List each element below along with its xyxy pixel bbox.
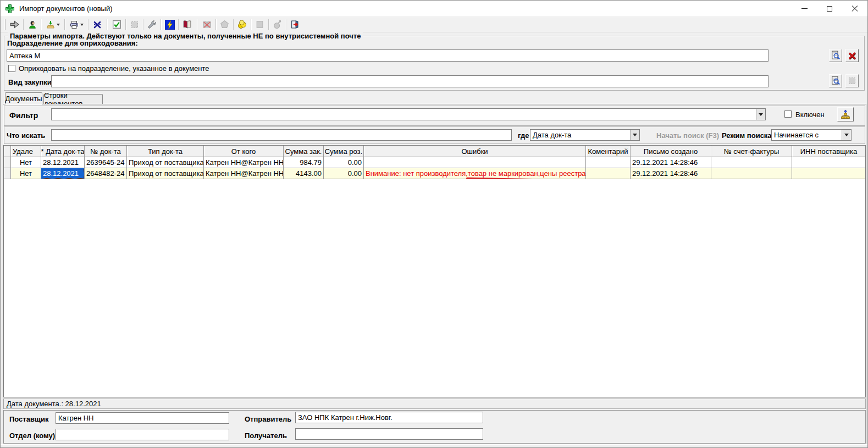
search-mode-combobox[interactable]: Начинается с bbox=[771, 129, 852, 141]
purchase-type-lookup-button[interactable] bbox=[829, 74, 842, 87]
mail-cancel-button bbox=[200, 18, 214, 31]
table-cell[interactable]: Внимание: нет производителя, товар не ма… bbox=[364, 168, 586, 179]
grid-header-doc-type[interactable]: Тип док-та bbox=[127, 146, 204, 157]
close-button[interactable] bbox=[842, 1, 867, 16]
delete-button[interactable] bbox=[90, 18, 104, 31]
table-cell[interactable]: Приход от поставщика bbox=[127, 168, 204, 179]
hierarchy-icon bbox=[841, 109, 850, 119]
grid-header-comment[interactable]: Коментарий bbox=[586, 146, 631, 157]
use-doc-department-checkbox[interactable] bbox=[8, 65, 15, 72]
process-button[interactable] bbox=[163, 18, 176, 31]
table-cell[interactable] bbox=[586, 157, 631, 168]
receiver-input[interactable] bbox=[295, 428, 483, 440]
table-cell[interactable]: 4143.00 bbox=[284, 168, 324, 179]
table-row[interactable]: Нет28.12.20212639645-24Приход от поставщ… bbox=[4, 157, 865, 168]
forward-arrow-button[interactable] bbox=[8, 18, 21, 31]
bomb-icon bbox=[273, 20, 282, 29]
tab-document-lines[interactable]: Строки документов bbox=[43, 94, 103, 104]
grid-header-errors[interactable]: Ошибки bbox=[364, 146, 586, 157]
chevron-down-icon bbox=[759, 113, 763, 116]
search-field-dropdown-button[interactable] bbox=[630, 130, 639, 140]
toolbar-grip[interactable] bbox=[4, 19, 5, 30]
sender-input[interactable] bbox=[295, 412, 483, 423]
search-input[interactable] bbox=[51, 129, 512, 141]
filter-dropdown-button[interactable] bbox=[756, 109, 765, 120]
grid-empty-area[interactable] bbox=[4, 179, 865, 397]
row-indicator[interactable] bbox=[4, 157, 11, 168]
table-cell[interactable]: 0.00 bbox=[324, 168, 364, 179]
filter-combobox[interactable] bbox=[51, 108, 766, 120]
table-cell[interactable]: Катрен НН@Катрен НН bbox=[204, 157, 284, 168]
red-book-button[interactable] bbox=[180, 18, 194, 31]
grid-header-supplier-inn[interactable]: ИНН поставщика bbox=[792, 146, 865, 157]
delete-cross-icon bbox=[93, 20, 102, 29]
table-cell[interactable]: Приход от поставщика bbox=[127, 157, 204, 168]
grid-header-sum-retail[interactable]: Сумма роз. bbox=[324, 146, 364, 157]
pentagon-icon bbox=[220, 20, 229, 29]
table-cell[interactable]: 2639645-24 bbox=[85, 157, 127, 168]
minimize-button[interactable] bbox=[792, 1, 817, 16]
user-button[interactable] bbox=[25, 18, 39, 31]
exit-button[interactable] bbox=[288, 18, 302, 31]
grid-header-from[interactable]: От кого bbox=[204, 146, 284, 157]
table-cell[interactable]: Катрен НН@Катрен НН bbox=[204, 168, 284, 179]
table-cell[interactable]: Нет bbox=[11, 157, 41, 168]
purchase-type-input[interactable] bbox=[51, 75, 769, 87]
row-indicator[interactable] bbox=[4, 168, 11, 179]
maximize-button[interactable] bbox=[817, 1, 842, 16]
search-field-combobox[interactable]: Дата док-та bbox=[530, 129, 640, 141]
search-mode-dropdown-button[interactable] bbox=[842, 130, 851, 140]
dropdown-caret-icon bbox=[57, 24, 60, 26]
import-button[interactable] bbox=[43, 18, 63, 31]
table-cell[interactable] bbox=[364, 157, 586, 168]
lightning-icon bbox=[165, 20, 175, 30]
table-cell[interactable] bbox=[711, 157, 792, 168]
department-input[interactable] bbox=[7, 49, 769, 62]
grid-header-doc-number[interactable]: № док-та bbox=[85, 146, 127, 157]
table-cell[interactable]: 28.12.2021 bbox=[41, 157, 85, 168]
grid-header-sum-purchase[interactable]: Сумма зак. bbox=[284, 146, 324, 157]
table-row[interactable]: Нет28.12.20212648482-24Приход от поставщ… bbox=[4, 168, 865, 179]
supplier-label: Поставщик bbox=[9, 415, 48, 423]
table-cell[interactable] bbox=[586, 168, 631, 179]
toolbar-separator bbox=[88, 19, 89, 30]
pentagon-button bbox=[218, 18, 231, 31]
toolbar-separator bbox=[107, 19, 107, 30]
table-cell[interactable]: 2648482-24 bbox=[85, 168, 127, 179]
department-to-label: Отдел (кому) bbox=[9, 432, 55, 440]
table-cell[interactable]: 984.79 bbox=[284, 157, 324, 168]
dropdown-caret-icon bbox=[80, 24, 84, 26]
department-clear-button[interactable] bbox=[845, 49, 859, 62]
receiver-label: Получатель bbox=[245, 432, 287, 440]
table-cell[interactable]: 29.12.2021 14:28:46 bbox=[631, 157, 711, 168]
filter-enabled-checkbox[interactable] bbox=[784, 110, 792, 118]
toolbar-separator bbox=[251, 19, 251, 30]
grid-header-doc-date[interactable]: * Дата док-та bbox=[41, 146, 85, 157]
table-cell[interactable]: 0.00 bbox=[324, 157, 364, 168]
supplier-input[interactable] bbox=[56, 412, 229, 424]
table-cell[interactable] bbox=[792, 157, 865, 168]
grid-header-deleted[interactable]: Удале bbox=[11, 146, 41, 157]
print-button[interactable] bbox=[67, 18, 86, 31]
confirm-button[interactable] bbox=[110, 18, 124, 31]
payment-button[interactable] bbox=[235, 18, 249, 31]
tab-documents-label: Документы bbox=[5, 95, 42, 103]
table-cell[interactable]: Нет bbox=[11, 168, 41, 179]
documents-grid: Удале * Дата док-та № док-та Тип док-та … bbox=[3, 145, 866, 397]
table-cell[interactable]: 28.12.2021 bbox=[41, 168, 85, 179]
gray-document-icon bbox=[255, 20, 264, 29]
tab-documents[interactable]: Документы bbox=[5, 92, 42, 104]
grid-header-letter-created[interactable]: Письмо создано bbox=[631, 146, 711, 157]
toolbar-separator bbox=[41, 19, 41, 30]
settings-button[interactable] bbox=[145, 18, 159, 31]
table-cell[interactable] bbox=[711, 168, 792, 179]
table-cell[interactable] bbox=[792, 168, 865, 179]
select-frame-button bbox=[128, 18, 141, 31]
department-to-input[interactable] bbox=[56, 429, 229, 440]
select-frame-icon bbox=[848, 76, 856, 85]
department-label: Подразделение для оприходования: bbox=[7, 39, 138, 47]
grid-header-invoice-number[interactable]: № счет-фактуры bbox=[711, 146, 792, 157]
department-lookup-button[interactable] bbox=[829, 49, 842, 62]
filter-tree-button[interactable] bbox=[837, 107, 854, 121]
table-cell[interactable]: 29.12.2021 14:28:46 bbox=[631, 168, 711, 179]
